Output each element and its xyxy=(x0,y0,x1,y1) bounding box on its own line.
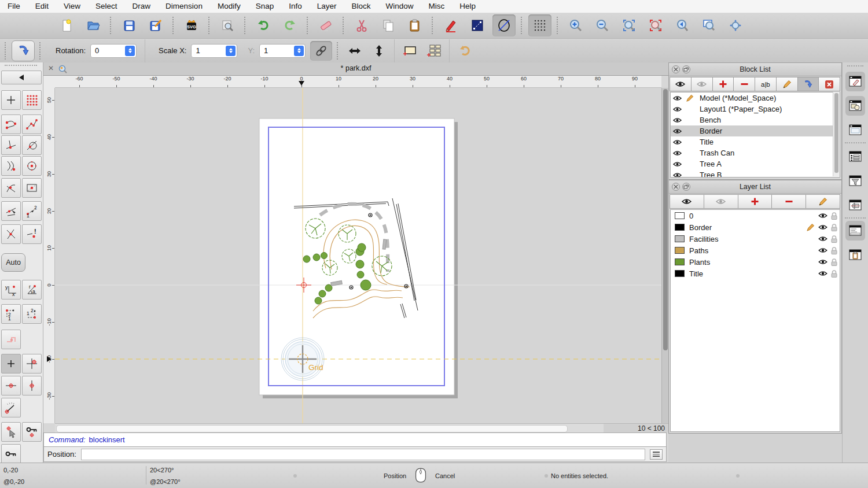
layer-name[interactable]: Border xyxy=(689,223,712,232)
snap-perpendicular-button[interactable] xyxy=(1,135,21,155)
edit-block-button[interactable] xyxy=(776,77,798,91)
block-list-row[interactable]: Border xyxy=(671,125,840,136)
restrict-orthogonal-button[interactable] xyxy=(22,354,42,374)
show-all-layers-button[interactable] xyxy=(670,194,704,209)
scale-x-input[interactable]: 1 xyxy=(191,44,237,58)
flip-vertical-button[interactable] xyxy=(368,41,390,61)
remove-block-button[interactable] xyxy=(733,77,755,91)
restrict-horizontal-button[interactable] xyxy=(1,376,21,395)
ellipse-tool-button[interactable] xyxy=(492,14,516,36)
layer-visibility-eye-icon[interactable] xyxy=(818,236,827,242)
block-list-row[interactable]: Tree A xyxy=(671,158,840,169)
zoom-out-button[interactable] xyxy=(591,14,614,36)
zoom-window-button[interactable] xyxy=(697,14,720,36)
layer-list-row[interactable]: Facilities xyxy=(671,233,840,245)
layer-visibility-eye-icon[interactable] xyxy=(818,224,827,230)
block-list-row[interactable]: Layout1 (*Paper_Space) xyxy=(671,103,840,114)
menu-item[interactable]: Select xyxy=(88,0,125,13)
menu-item[interactable]: Misc xyxy=(421,0,453,13)
edit-layer-button[interactable] xyxy=(806,194,840,209)
block-name[interactable]: Tree B xyxy=(700,171,722,178)
panel-toggle-selection-filter[interactable] xyxy=(845,171,865,191)
layer-list-row[interactable]: 0 xyxy=(671,210,840,221)
panel-float-icon[interactable] xyxy=(682,65,690,73)
layer-name[interactable]: 0 xyxy=(689,212,693,220)
menu-item[interactable]: Dimension xyxy=(158,0,210,13)
eraser-button[interactable] xyxy=(314,14,337,36)
snap-intersection-manual-button[interactable] xyxy=(1,224,21,244)
block-name[interactable]: Model (*Model_Space) xyxy=(700,94,776,102)
layer-name[interactable]: Paths xyxy=(689,246,708,255)
relative-zero-button[interactable] xyxy=(1,444,21,464)
menu-item[interactable]: Help xyxy=(452,0,483,13)
panel-toggle-property-editor[interactable] xyxy=(845,72,865,91)
coordinate-cartesian-button[interactable]: yx xyxy=(1,280,21,300)
menu-item[interactable]: Snap xyxy=(248,0,282,13)
snap-intersection-button[interactable] xyxy=(1,178,21,198)
scale-x-stepper[interactable] xyxy=(226,46,236,56)
block-name[interactable]: Tree A xyxy=(700,160,722,168)
block-visibility-eye-icon[interactable] xyxy=(671,150,683,156)
undo-transform-button[interactable] xyxy=(454,41,476,61)
block-visibility-eye-icon[interactable] xyxy=(671,117,683,123)
panel-toggle-clipboard[interactable] xyxy=(845,245,865,265)
scale-y-input[interactable]: 1 xyxy=(259,44,306,58)
insert-block-button[interactable] xyxy=(12,40,35,61)
zoom-auto-button[interactable] xyxy=(617,14,641,36)
canvas-vertical-scrollbar[interactable] xyxy=(661,88,668,423)
hide-all-blocks-button[interactable] xyxy=(691,77,713,91)
polyline-mode-button[interactable] xyxy=(1,330,21,349)
layer-lock-icon[interactable] xyxy=(831,235,837,243)
block-visibility-eye-icon[interactable] xyxy=(671,172,683,178)
menu-item[interactable]: Modify xyxy=(210,0,248,13)
menu-item[interactable]: Layer xyxy=(310,0,344,13)
panel-close-icon[interactable] xyxy=(672,65,680,73)
snap-center-button[interactable] xyxy=(22,156,42,176)
scale-y-stepper[interactable] xyxy=(294,46,304,56)
vertical-scrollbar-thumb[interactable] xyxy=(663,89,668,350)
open-file-button[interactable] xyxy=(82,14,105,36)
palette-collapse-button[interactable] xyxy=(1,71,42,84)
panel-toggle-block-list[interactable] xyxy=(845,96,865,116)
grid-toggle-button[interactable] xyxy=(528,14,551,36)
draw-pencil-button[interactable] xyxy=(439,14,462,36)
block-visibility-eye-icon[interactable] xyxy=(671,106,683,112)
menu-item[interactable]: Info xyxy=(281,0,310,13)
block-list-scrollbar[interactable] xyxy=(833,92,840,176)
copy-button[interactable] xyxy=(377,14,400,36)
layer-name[interactable]: Plants xyxy=(689,258,710,267)
single-insert-button[interactable] xyxy=(399,41,421,61)
menu-item[interactable]: File xyxy=(0,0,28,13)
block-name[interactable]: Layout1 (*Paper_Space) xyxy=(700,105,782,113)
snap-angle-button[interactable] xyxy=(1,398,21,417)
zoom-in-button[interactable] xyxy=(564,14,587,36)
cut-button[interactable] xyxy=(350,14,373,36)
layer-lock-icon[interactable] xyxy=(831,212,837,220)
coordinate-polar-button[interactable]: ra xyxy=(22,280,42,300)
snap-endpoints-button[interactable] xyxy=(1,114,21,134)
panel-toggle-property-list[interactable] xyxy=(845,147,865,167)
block-visibility-eye-icon[interactable] xyxy=(671,161,683,167)
block-list-row[interactable]: Trash Can xyxy=(671,147,840,158)
block-list-scrollbar-thumb[interactable] xyxy=(834,93,838,173)
zoom-selection-button[interactable] xyxy=(644,14,667,36)
print-preview-button[interactable] xyxy=(216,14,239,36)
block-list-row[interactable]: Model (*Model_Space) xyxy=(671,93,840,103)
svg-export-button[interactable]: SVG xyxy=(180,14,203,36)
menu-item[interactable]: Block xyxy=(344,0,378,13)
remove-layer-button[interactable] xyxy=(771,194,806,209)
palette-drag-handle[interactable] xyxy=(5,65,37,66)
keep-proportions-button[interactable] xyxy=(310,41,332,61)
drawing-canvas[interactable]: Grid xyxy=(55,88,661,423)
rotation-input[interactable]: 0 xyxy=(90,44,137,58)
snap-distance-button[interactable]: 12 xyxy=(22,201,42,221)
layer-list-row[interactable]: Paths xyxy=(671,245,840,256)
undo-button[interactable] xyxy=(252,14,275,36)
coordinate-relative-cartesian-button[interactable]: 21 xyxy=(1,304,21,324)
command-options-button[interactable] xyxy=(650,449,663,460)
set-relative-zero-button[interactable] xyxy=(1,422,21,442)
layer-list-row[interactable]: Title xyxy=(671,268,840,279)
layer-list-row[interactable]: Plants xyxy=(671,256,840,268)
save-as-button[interactable] xyxy=(144,14,167,36)
snap-off-button[interactable]: ! xyxy=(22,224,42,244)
